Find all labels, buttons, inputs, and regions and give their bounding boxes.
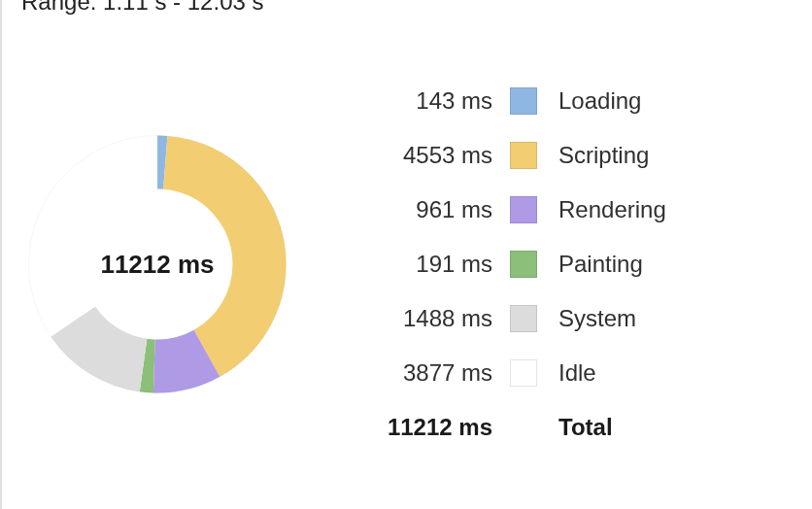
- donut-chart: 11212 ms: [21, 128, 293, 400]
- legend-row: 3877 msIdle: [332, 359, 783, 387]
- legend-total-value: 11212 ms: [332, 414, 492, 441]
- legend-label: System: [558, 305, 636, 332]
- summary-container: 11212 ms 143 msLoading4553 msScripting96…: [12, 0, 812, 509]
- legend-swatch: [510, 142, 537, 169]
- legend-label: Loading: [558, 87, 641, 115]
- legend-swatch: [510, 87, 537, 115]
- legend-total-label: Total: [558, 414, 613, 441]
- legend: 143 msLoading4553 msScripting961 msRende…: [322, 87, 812, 441]
- legend-swatch: [510, 305, 537, 332]
- legend-row: 191 msPainting: [332, 251, 783, 278]
- legend-row: 961 msRendering: [332, 196, 783, 223]
- legend-total-row: 11212 msTotal: [332, 414, 783, 441]
- range-label: Range: 1.11 s - 12.03 s: [21, 0, 264, 16]
- legend-value: 3877 ms: [332, 359, 492, 387]
- legend-label: Idle: [558, 359, 596, 387]
- legend-value: 143 ms: [332, 87, 492, 115]
- donut-chart-area: 11212 ms: [0, 128, 322, 400]
- legend-value: 4553 ms: [332, 142, 492, 169]
- legend-value: 961 ms: [332, 196, 492, 223]
- legend-value: 191 ms: [332, 251, 492, 278]
- legend-swatch: [510, 251, 537, 278]
- legend-label: Rendering: [558, 196, 666, 223]
- legend-value: 1488 ms: [332, 305, 492, 332]
- legend-label: Scripting: [558, 142, 649, 169]
- legend-row: 4553 msScripting: [332, 142, 783, 169]
- legend-row: 1488 msSystem: [332, 305, 783, 332]
- donut-center-total: 11212 ms: [100, 250, 214, 280]
- legend-row: 143 msLoading: [332, 87, 783, 115]
- legend-swatch: [510, 359, 537, 387]
- legend-label: Painting: [558, 251, 643, 278]
- legend-swatch: [510, 196, 537, 223]
